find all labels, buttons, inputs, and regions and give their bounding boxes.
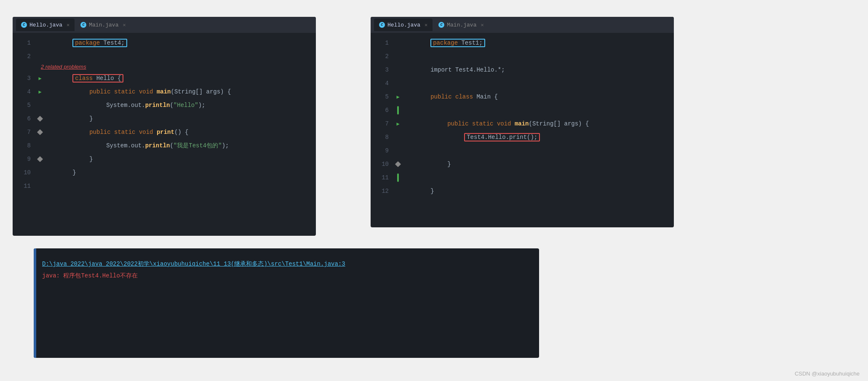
right-tab-hello-label: Hello.java <box>387 22 420 28</box>
right-line-num-5: 5 <box>374 93 389 100</box>
left-code-area: 1 package Test4; 2 2 related problems 3 … <box>13 33 316 236</box>
green-bar-6 <box>397 106 399 115</box>
gutter-3: ▶ <box>36 75 44 82</box>
class-hello-highlight: class Hello { <box>72 74 123 83</box>
code-line-2: 2 <box>13 50 316 63</box>
left-tab-bar: C Hello.java ✕ C Main.java ✕ <box>13 17 316 33</box>
line-content-11 <box>44 183 48 189</box>
right-tab-main-label: Main.java <box>447 22 476 28</box>
line-num-11: 11 <box>16 183 31 189</box>
code-line-10: 10 } <box>13 166 316 179</box>
gutter-9 <box>36 157 44 161</box>
right-line-content-12: } <box>402 181 434 201</box>
line-num-9: 9 <box>16 156 31 163</box>
run-arrow-3: ▶ <box>38 75 41 82</box>
terminal-path-line: D:\java_2022\java_2022\2022初学\xiaoyubuhu… <box>42 260 531 268</box>
left-tab-main-close[interactable]: ✕ <box>123 22 126 28</box>
right-code-line-10: 10 } <box>371 157 674 171</box>
breakpoint-6 <box>37 116 43 122</box>
right-tab-main-close[interactable]: ✕ <box>481 22 483 28</box>
line-num-2: 2 <box>16 53 31 60</box>
test4-hello-print-highlight: Test4.Hello.print(); <box>464 133 540 141</box>
right-gutter-7: ▶ <box>394 121 402 127</box>
terminal-error-line: java: 程序包Test4.Hello不存在 <box>42 272 531 280</box>
right-run-arrow-5: ▶ <box>396 94 399 100</box>
gutter-4: ▶ <box>36 89 44 95</box>
right-line-content-6 <box>402 107 406 114</box>
line-num-1: 1 <box>16 40 31 46</box>
left-editor-panel: C Hello.java ✕ C Main.java ✕ 1 package T… <box>13 17 316 236</box>
right-line-num-3: 3 <box>374 67 389 73</box>
right-code-line-3: 3 import Test4.Hello.*; <box>371 63 674 77</box>
right-line-num-1: 1 <box>374 40 389 46</box>
left-tab-hello-label: Hello.java <box>29 22 62 28</box>
right-run-arrow-7: ▶ <box>396 121 399 127</box>
line-num-3: 3 <box>16 75 31 82</box>
terminal-error-text: java: 程序包Test4.Hello不存在 <box>42 272 138 279</box>
right-line-num-7: 7 <box>374 120 389 127</box>
right-line-content-11 <box>402 174 406 181</box>
right-line-num-6: 6 <box>374 107 389 114</box>
terminal-content: D:\java_2022\java_2022\2022初学\xiaoyubuhu… <box>34 248 539 358</box>
line-num-5: 5 <box>16 102 31 109</box>
right-hello-java-icon: C <box>379 22 385 28</box>
right-package-highlight: package Test1; <box>430 39 485 47</box>
right-line-content-9 <box>402 147 406 154</box>
code-line-1: 1 package Test4; <box>13 36 316 50</box>
right-tab-main-java[interactable]: C Main.java ✕ <box>433 19 489 31</box>
right-main-java-icon: C <box>438 22 444 28</box>
right-line-num-8: 8 <box>374 134 389 141</box>
right-line-num-10: 10 <box>374 161 389 168</box>
line-num-6: 6 <box>16 115 31 122</box>
right-code-line-12: 12 } <box>371 184 674 198</box>
left-tab-main-label: Main.java <box>89 22 118 28</box>
right-line-num-4: 4 <box>374 80 389 87</box>
code-line-11: 11 <box>13 179 316 193</box>
green-bar-11 <box>397 173 399 182</box>
right-line-content-4 <box>402 80 406 87</box>
line-num-10: 10 <box>16 169 31 176</box>
right-line-num-12: 12 <box>374 188 389 194</box>
right-gutter-11 <box>394 173 402 182</box>
run-arrow-4: ▶ <box>38 89 41 95</box>
right-code-line-8: 8 Test4.Hello.print(); <box>371 131 674 144</box>
package-highlight: package Test4; <box>72 39 127 47</box>
terminal-panel: D:\java_2022\java_2022\2022初学\xiaoyubuhu… <box>34 248 539 358</box>
left-tab-hello-java[interactable]: C Hello.java ✕ <box>16 19 75 31</box>
gutter-7 <box>36 130 44 134</box>
right-gutter-10 <box>394 162 402 166</box>
right-editor-panel: C Hello.java ✕ C Main.java ✕ 1 package T… <box>371 17 674 227</box>
line-num-4: 4 <box>16 88 31 95</box>
line-num-7: 7 <box>16 129 31 136</box>
breakpoint-7 <box>37 129 43 135</box>
right-gutter-5: ▶ <box>394 94 402 100</box>
left-tab-hello-close[interactable]: ✕ <box>67 22 69 28</box>
line-num-8: 8 <box>16 142 31 149</box>
line-content-2 <box>44 53 48 60</box>
terminal-sidebar-bar <box>34 248 36 358</box>
left-tab-main-java[interactable]: C Main.java ✕ <box>75 19 131 31</box>
right-gutter-6 <box>394 106 402 115</box>
right-line-num-2: 2 <box>374 53 389 60</box>
right-code-area: 1 package Test1; 2 3 import Test4.Hello.… <box>371 33 674 227</box>
gutter-6 <box>36 117 44 121</box>
hello-java-icon: C <box>21 22 27 28</box>
right-code-line-1: 1 package Test1; <box>371 36 674 50</box>
right-tab-hello-java[interactable]: C Hello.java ✕ <box>374 19 433 31</box>
right-tab-hello-close[interactable]: ✕ <box>425 22 427 28</box>
terminal-path[interactable]: D:\java_2022\java_2022\2022初学\xiaoyubuhu… <box>42 261 345 267</box>
right-line-num-9: 9 <box>374 147 389 154</box>
watermark: CSDN @xiaoyubuhuiqiche <box>795 370 860 377</box>
right-code-line-5: 5 ▶ public class Main { <box>371 90 674 104</box>
breakpoint-9 <box>37 156 43 162</box>
right-tab-bar: C Hello.java ✕ C Main.java ✕ <box>371 17 674 33</box>
main-java-icon: C <box>80 22 86 28</box>
right-line-content-2 <box>402 53 406 60</box>
right-line-num-11: 11 <box>374 174 389 181</box>
right-breakpoint-10 <box>395 161 401 167</box>
